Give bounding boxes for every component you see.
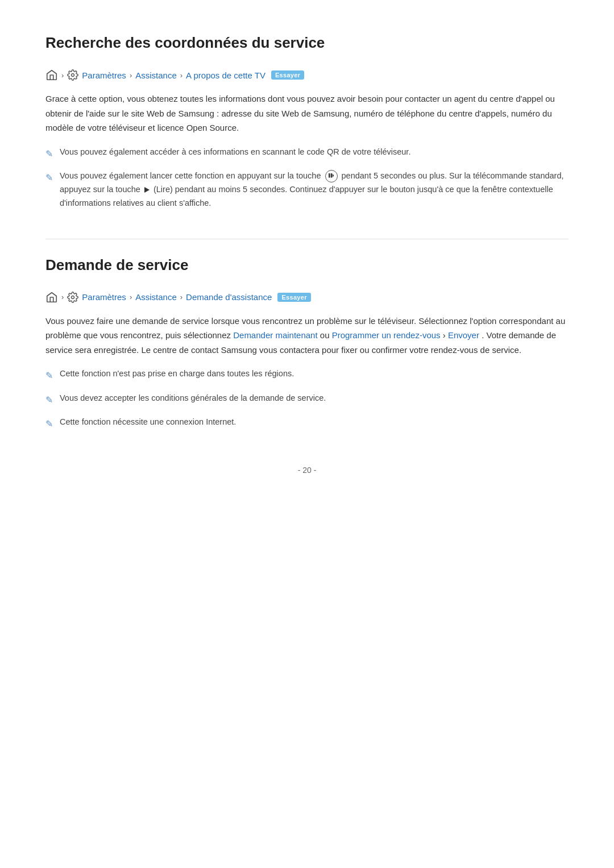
note-text-5: Cette fonction nécessite une connexion I… <box>60 416 236 429</box>
section1-body: Grace à cette option, vous obtenez toute… <box>45 92 569 135</box>
breadcrumb-assistance-2[interactable]: Assistance <box>135 292 177 302</box>
section2-body-part2: ou <box>320 330 332 340</box>
breadcrumb-assistance-1[interactable]: Assistance <box>135 70 177 80</box>
home-icon <box>45 69 58 81</box>
svg-rect-1 <box>329 173 330 178</box>
breadcrumb-demande[interactable]: Demande d'assistance <box>186 292 272 302</box>
section-demande: Demande de service › Paramètres › Assist… <box>45 256 569 432</box>
play-pause-icon <box>325 170 338 182</box>
pencil-icon-1: ✎ <box>45 147 53 161</box>
essayer-badge-2: Essayer <box>277 293 310 302</box>
svg-point-4 <box>72 296 74 298</box>
chevron-icon-5: › <box>130 293 132 301</box>
breadcrumb-1: › Paramètres › Assistance › A propos de … <box>45 69 569 81</box>
chevron-icon-3: › <box>180 71 182 80</box>
page-footer: - 20 - <box>45 466 569 475</box>
chevron-icon-4: › <box>61 293 64 301</box>
section2-body: Vous pouvez faire une demande de service… <box>45 314 569 358</box>
chevron-icon-1: › <box>61 71 64 80</box>
essayer-badge-1: Essayer <box>271 70 304 80</box>
note-item-2: ✎ Vous pouvez également lancer cette fon… <box>45 169 569 210</box>
pencil-icon-5: ✎ <box>45 417 53 431</box>
pencil-icon-4: ✎ <box>45 393 53 408</box>
link-demander-maintenant[interactable]: Demander maintenant <box>233 330 317 340</box>
home-icon-2 <box>45 291 58 304</box>
gear-icon <box>67 69 78 81</box>
note-text-4: Vous devez accepter les conditions génér… <box>60 392 326 405</box>
section2-arrow: › <box>443 330 448 340</box>
breadcrumb-parametres-1[interactable]: Paramètres <box>82 70 126 80</box>
page-number: - 20 - <box>298 466 317 475</box>
gear-icon-2 <box>67 292 78 303</box>
play-icon-inline <box>144 187 150 193</box>
note-item-1: ✎ Vous pouvez également accéder à ces in… <box>45 146 569 161</box>
svg-rect-2 <box>330 173 332 178</box>
note-text-1: Vous pouvez également accéder à ces info… <box>60 146 410 159</box>
breadcrumb-parametres-2[interactable]: Paramètres <box>82 292 126 302</box>
section-recherche: Recherche des coordonnées du service › P… <box>45 34 569 210</box>
link-programmer-rendez-vous[interactable]: Programmer un rendez-vous <box>332 330 441 340</box>
section1-title: Recherche des coordonnées du service <box>45 34 569 57</box>
section1-notes: ✎ Vous pouvez également accéder à ces in… <box>45 146 569 210</box>
note-item-3: ✎ Cette fonction n'est pas prise en char… <box>45 367 569 383</box>
section2-title: Demande de service <box>45 256 569 280</box>
note-text-2: Vous pouvez également lancer cette fonct… <box>60 169 569 210</box>
chevron-icon-6: › <box>180 293 182 301</box>
section-divider <box>45 239 569 239</box>
pencil-icon-2: ✎ <box>45 171 53 185</box>
pencil-icon-3: ✎ <box>45 368 53 383</box>
breadcrumb-apropos[interactable]: A propos de cette TV <box>186 70 265 80</box>
svg-point-0 <box>72 74 74 77</box>
note-item-5: ✎ Cette fonction nécessite une connexion… <box>45 416 569 431</box>
section2-notes: ✎ Cette fonction n'est pas prise en char… <box>45 367 569 431</box>
chevron-icon-2: › <box>130 71 132 80</box>
note-item-4: ✎ Vous devez accepter les conditions gén… <box>45 392 569 408</box>
breadcrumb-2: › Paramètres › Assistance › Demande d'as… <box>45 291 569 304</box>
note-text-3: Cette fonction n'est pas prise en charge… <box>60 367 294 381</box>
svg-marker-3 <box>332 174 334 177</box>
link-envoyer[interactable]: Envoyer <box>448 330 479 340</box>
